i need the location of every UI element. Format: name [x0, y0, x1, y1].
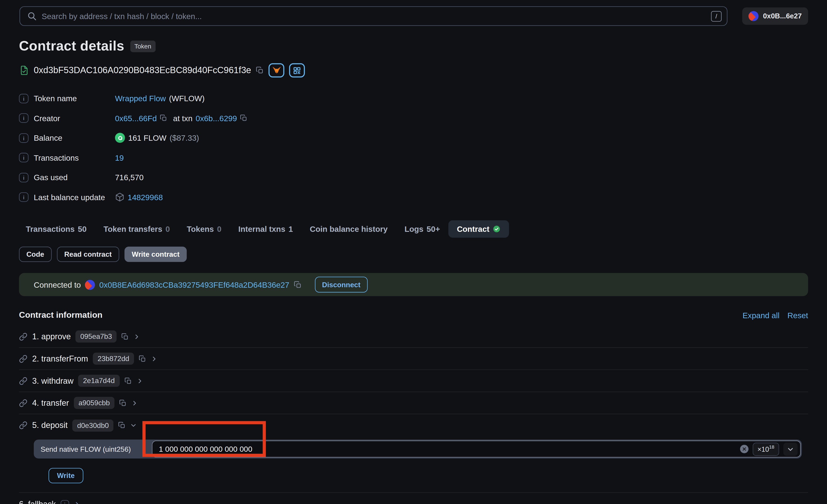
link-icon — [19, 399, 28, 407]
deposit-amount-field[interactable]: ×1018 — [152, 441, 801, 457]
method-row-withdraw[interactable]: 3. withdraw 2e1a7d4d — [19, 370, 808, 392]
qr-code-button[interactable] — [289, 63, 305, 77]
tab-bar: Transactions50 Token transfers0 Tokens0 … — [17, 220, 808, 238]
method-row-deposit[interactable]: 5. deposit d0e30db0 — [19, 414, 808, 437]
metamask-fox-icon — [272, 66, 281, 75]
method-signature-badge: 095ea7b3 — [76, 331, 116, 343]
contract-address: 0xd3bF53DAC106A0290B0483EcBC89d40FcC961f… — [34, 65, 251, 76]
info-label: Last balance update — [34, 193, 105, 202]
flow-token-icon — [115, 133, 125, 143]
info-icon: i — [19, 133, 29, 143]
clear-input-icon[interactable] — [740, 445, 748, 453]
method-signature-badge: d0e30db0 — [72, 419, 113, 431]
wallet-address-label: 0x0B...6e27 — [763, 12, 802, 20]
copy-signature-icon[interactable] — [139, 355, 146, 362]
wallet-button[interactable]: 0x0B...6e27 — [742, 7, 808, 25]
add-to-metamask-button[interactable] — [269, 63, 284, 77]
method-row-fallback[interactable]: 6. fallback i — [19, 493, 808, 504]
chevron-right-icon[interactable] — [136, 378, 143, 384]
wallet-avatar — [749, 11, 759, 21]
deposit-amount-input[interactable] — [159, 445, 736, 453]
tab-contract[interactable]: Contract — [448, 220, 509, 238]
link-icon — [19, 377, 28, 385]
deposit-expanded-panel: Send native FLOW (uint256) ×1018 Write — [19, 437, 808, 485]
transactions-count-link[interactable]: 19 — [115, 153, 124, 162]
chevron-right-icon[interactable] — [74, 501, 80, 504]
info-row-token-name: iToken name Wrapped Flow(WFLOW) — [19, 89, 808, 108]
connected-address-link[interactable]: 0x0B8EA6d6983cCBa39275493FEf648a2D64B36e… — [99, 280, 289, 289]
tab-logs[interactable]: Logs50+ — [396, 220, 448, 238]
reset-link[interactable]: Reset — [787, 311, 808, 320]
copy-signature-icon[interactable] — [124, 377, 132, 384]
verified-contract-icon — [19, 65, 29, 75]
copy-creator-icon[interactable] — [160, 114, 167, 122]
connected-avatar — [85, 280, 95, 290]
search-bar[interactable]: / — [19, 6, 728, 26]
info-icon: i — [19, 153, 29, 162]
creator-address-link[interactable]: 0x65...66Fd — [115, 114, 157, 123]
connected-to-text: Connected to — [34, 280, 81, 289]
copy-txn-icon[interactable] — [240, 114, 247, 122]
multiplier-dropdown-chevron[interactable] — [783, 443, 797, 456]
search-shortcut-key: / — [711, 11, 722, 21]
top-bar: / 0x0B...6e27 — [0, 0, 827, 26]
creation-txn-link[interactable]: 0x6b...6299 — [196, 114, 237, 123]
copy-connected-address-icon[interactable] — [294, 281, 301, 289]
tab-tokens[interactable]: Tokens0 — [178, 220, 230, 238]
chevron-right-icon[interactable] — [131, 400, 138, 406]
chevron-down-icon[interactable] — [131, 422, 137, 428]
method-row-transfer[interactable]: 4. transfer a9059cbb — [19, 392, 808, 414]
copy-signature-icon[interactable] — [118, 422, 126, 429]
expand-all-link[interactable]: Expand all — [742, 311, 780, 320]
copy-signature-icon[interactable] — [119, 399, 127, 407]
info-row-gas-used: iGas used 716,570 — [19, 168, 808, 187]
gas-used-value: 716,570 — [115, 173, 144, 182]
tab-token-transfers[interactable]: Token transfers0 — [95, 220, 178, 238]
subtab-write-contract[interactable]: Write contract — [125, 246, 187, 262]
write-button[interactable]: Write — [49, 468, 83, 483]
search-input[interactable] — [42, 12, 707, 21]
balance-amount: 161 FLOW — [128, 133, 166, 143]
info-label: Transactions — [34, 153, 79, 162]
tab-internal-txns[interactable]: Internal txns1 — [230, 220, 301, 238]
balance-usd: ($87.33) — [169, 133, 199, 143]
info-icon: i — [19, 173, 29, 182]
subtab-read-contract[interactable]: Read contract — [57, 246, 119, 262]
info-label: Gas used — [34, 173, 67, 182]
method-signature-badge: a9059cbb — [74, 397, 114, 409]
contract-subtabs: Code Read contract Write contract — [19, 246, 808, 262]
info-row-creator: iCreator 0x65...66Fd at txn 0x6b...6299 — [19, 108, 808, 128]
explorer-page: / 0x0B...6e27 Contract details Token 0xd… — [0, 0, 827, 504]
link-icon — [19, 354, 28, 363]
info-icon: i — [19, 114, 29, 123]
chevron-right-icon[interactable] — [134, 333, 140, 339]
disconnect-button[interactable]: Disconnect — [315, 277, 368, 292]
token-symbol: (WFLOW) — [169, 94, 205, 103]
multiplier-badge[interactable]: ×1018 — [752, 443, 779, 456]
info-icon: i — [19, 94, 29, 103]
method-row-transferFrom[interactable]: 2. transferFrom 23b872dd — [19, 348, 808, 370]
method-row-approve[interactable]: 1. approve 095ea7b3 — [19, 326, 808, 348]
section-title: Contract information — [19, 310, 103, 320]
page-title: Contract details — [19, 38, 125, 54]
deposit-field-row: Send native FLOW (uint256) ×1018 — [34, 440, 801, 459]
token-name-link[interactable]: Wrapped Flow — [115, 94, 166, 103]
tab-transactions[interactable]: Transactions50 — [17, 220, 95, 238]
copy-address-icon[interactable] — [256, 66, 264, 74]
subtab-code[interactable]: Code — [19, 246, 52, 262]
creator-middle-text: at txn — [173, 114, 193, 123]
chevron-right-icon[interactable] — [151, 355, 157, 362]
link-icon — [19, 332, 28, 341]
qr-code-icon — [293, 66, 301, 75]
info-icon: i — [61, 500, 69, 504]
search-icon — [27, 11, 37, 21]
last-balance-block-link[interactable]: 14829968 — [128, 193, 163, 202]
tab-coin-balance-history[interactable]: Coin balance history — [301, 220, 396, 238]
info-label: Token name — [34, 94, 77, 103]
info-label: Balance — [34, 133, 62, 143]
deposit-field-label: Send native FLOW (uint256) — [34, 445, 152, 453]
link-icon — [19, 421, 28, 430]
info-row-balance: iBalance 161 FLOW ($87.33) — [19, 128, 808, 148]
copy-signature-icon[interactable] — [121, 333, 129, 340]
method-signature-badge: 23b872dd — [93, 352, 134, 365]
